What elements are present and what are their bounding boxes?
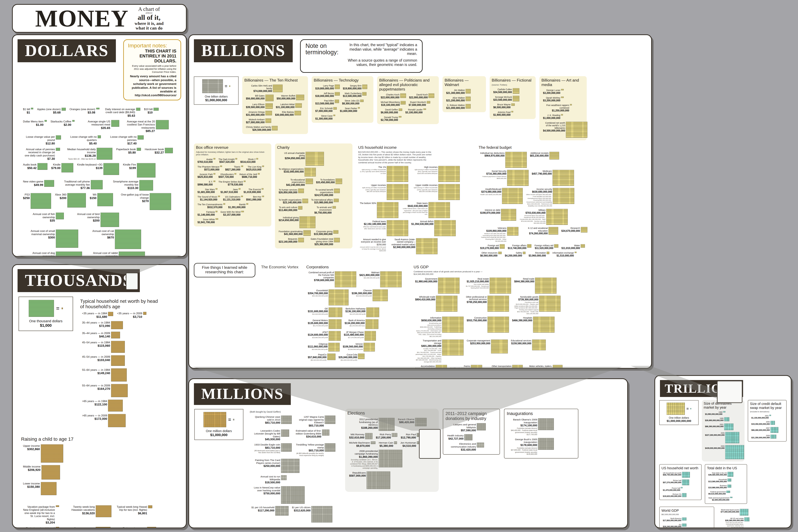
group-world-gdp: World GDP$62,900,000,000,000North Americ… — [659, 507, 714, 528]
item: Steve Case$1,300,000,000 — [315, 115, 335, 120]
item: Annual value of pennies received in chan… — [23, 148, 60, 161]
group-charity: CharityUS annual charitable giving$294,8… — [275, 144, 353, 248]
item-value: $136,100,000,000 — [345, 310, 365, 313]
item-value: $26,500,000,000 — [246, 129, 271, 131]
equals-sign: = — [228, 417, 231, 422]
item-value: $1,146,000,000 — [197, 213, 215, 216]
item-subnote: Festivities (private donors) $47,800,000… — [509, 447, 537, 455]
item-text: Total debt in the US$36,560,000,000,000 — [708, 472, 727, 476]
item-text: Gates Foundation total giving since 1994… — [307, 238, 333, 246]
item-text: Poorer half$1,470,000,000,000 — [663, 487, 680, 491]
item: Larry Page$19,800,000,000 — [315, 84, 340, 90]
item-label: David Koch — [409, 94, 428, 96]
item: Individual tax deductions$964,970,000,00… — [480, 152, 527, 168]
item-text: Educational services$159,580,000,000 — [511, 340, 531, 345]
item-value: $827,260,000 — [225, 168, 240, 171]
item-text: Other transportation equipment$93,440,00… — [485, 365, 512, 369]
block-grid — [103, 163, 119, 175]
group-title: Size of credit default swap market by ye… — [750, 402, 784, 410]
item: To health organizations$23,140,000,000 — [279, 199, 308, 204]
item-text: To international affairs$15,980,000,000 — [311, 199, 333, 204]
item-text: <35 years — in 1984$11,680 — [82, 312, 107, 319]
item-label: 35–44 years — in 1984 — [82, 321, 110, 324]
item-value: $110.30 — [107, 186, 138, 190]
item: Water$11,810,000,000 — [562, 244, 585, 250]
item: Annual cost of dog ownership$695 — [23, 251, 82, 257]
item-text: Warren Buffett$50,000,000,000 — [277, 95, 295, 100]
item-text: Rupert Murdoch$7,600,000,000 — [409, 101, 426, 107]
item: To educational organizations$42,240,000,… — [279, 178, 313, 186]
item-text: Upper middle incomesSplit among 27 milli… — [411, 184, 437, 192]
item: 2005$19,350,000,000,000 — [752, 421, 775, 425]
item-label: Ronald Lauder — [405, 109, 423, 111]
item-value: $5.80 — [116, 151, 136, 154]
block-grid — [325, 416, 336, 424]
block-grid — [44, 120, 47, 121]
item-value: $15,980,000,000 — [311, 201, 333, 204]
item: Kindle keyboard +3G$139 — [77, 163, 119, 175]
item-value: $28,380,000,000,000 — [721, 519, 744, 521]
group-billionaires-politicians-and-alleged-evil-: Billionaires — Politicians and alleged e… — [377, 76, 439, 124]
item-subnote: Split among 1.6 million households (1.3%… — [360, 169, 386, 174]
item-value: $996,580,000 — [197, 183, 213, 186]
item-label: Jim Walton — [446, 89, 465, 92]
item-value: $35 — [23, 219, 55, 222]
block-grid — [311, 506, 332, 522]
item-subnote: Effective total federal taxes paid, afte… — [360, 226, 386, 230]
item-label: David Geffen — [381, 109, 398, 111]
item-label: <35 years — in 1984 — [82, 312, 107, 315]
block-grid — [771, 435, 776, 438]
item: Qianlong Chinese vase sold in 2010$83,71… — [251, 416, 292, 424]
item-label: Interest on debt — [480, 209, 500, 211]
item-label: Avatar — [197, 158, 213, 160]
item: General Motors$135,600,000,000$6,170,000… — [308, 319, 342, 329]
block-grid — [216, 211, 217, 212]
item-label: $1 per US household — [251, 506, 274, 509]
item-label: Republicans — [349, 471, 366, 474]
item-text: 2005$227,260,000,000,000 — [705, 432, 725, 436]
item: All US real estate$28,380,000,000,000Hom… — [721, 517, 749, 528]
item-text: Electronics and communcation industry$32… — [447, 443, 476, 451]
block-grid — [466, 89, 471, 94]
item: Kindle Fire$199 — [123, 163, 155, 177]
item-value: $700,250,000,000 — [461, 301, 487, 304]
block-grid — [265, 103, 273, 109]
group-items: Combined annual profit of the Fortune 50… — [306, 270, 406, 362]
item-text: Christy Walton and family$26,500,000,000 — [246, 126, 271, 131]
block-grid — [72, 120, 75, 121]
block-grid — [265, 111, 272, 115]
item-label: Lakshmi Mittal — [276, 103, 294, 106]
item-label: Average meal at the 20 costliest San Fra… — [123, 120, 155, 130]
item-label: Typical weekend Hawaii trip for two (inc… — [23, 527, 55, 528]
item: Hardcover book$32.27 — [145, 148, 173, 154]
item-value: $250 — [23, 196, 30, 200]
item-label: Loose change with no pennies — [105, 135, 137, 141]
item: 55–64 years — in 1984$149,240 — [82, 368, 127, 381]
block-grid — [111, 368, 127, 381]
item: 35–44 years — in 1984$72,090 — [82, 321, 123, 329]
item-text: Typical weekend Hawaii trip for two (inc… — [23, 527, 55, 528]
item: Five wealthiest rappers combined$1,250,0… — [543, 104, 572, 112]
item: Safety$4,200,000,000 — [505, 252, 526, 257]
item-text: Estimated one-year Hogwarts cost (incl. … — [114, 527, 146, 528]
item-text: Starbucks Coffee$2.00 — [51, 120, 71, 127]
item-text: Jaws$1,067,510,000 — [221, 188, 238, 194]
item-value: $6,801 — [115, 512, 147, 515]
item: Educational services$159,580,000,000 — [511, 340, 546, 350]
item-value: $670 — [82, 236, 114, 239]
block-grid — [513, 96, 519, 101]
item-text: Loose change with no quarters$5.40 — [65, 135, 97, 145]
item: Daily interest on average credit card de… — [103, 108, 140, 117]
item-text: Annual cost of small mammal ownership$30… — [23, 230, 55, 239]
item-subnote: Festivities (private donors) $46,400,000… — [509, 427, 537, 436]
item-text: Carlisle Cullen$34,500,000,000 — [493, 88, 512, 94]
item-label: Loss in NewsCorp value over hacking scan… — [251, 486, 280, 492]
item-value: $1,980,640,000,000 — [415, 280, 437, 283]
item-label: Ben-Hur — [246, 196, 261, 198]
item-label: Hospitals — [512, 317, 532, 319]
item-subnote: ($11,800,000,000 profit) — [339, 359, 357, 361]
item-label: Michele Bachmann — [349, 441, 370, 444]
item-text: George Bush's 2005 inauguration$178,600,… — [509, 438, 537, 455]
group-title: World GDP — [662, 509, 712, 512]
item-value: $122,100 — [82, 403, 107, 406]
